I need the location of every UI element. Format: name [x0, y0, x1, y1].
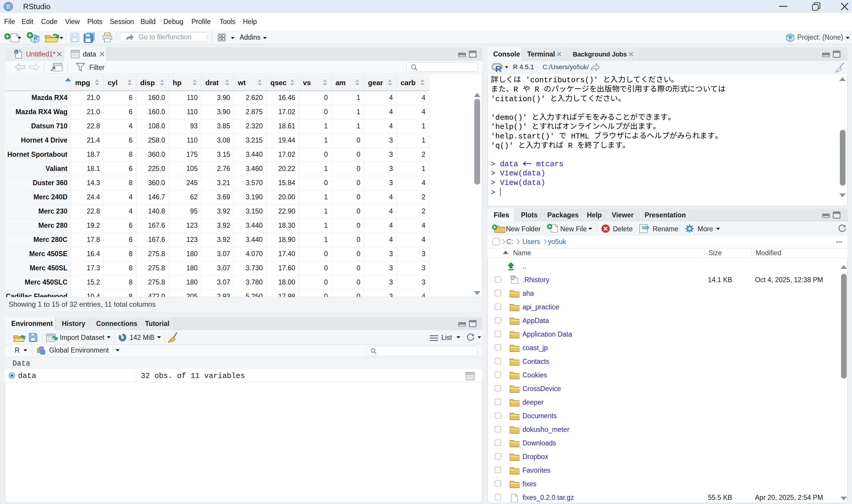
svg-text:R: R — [789, 34, 792, 40]
svg-text:R: R — [34, 35, 38, 41]
svg-text:R: R — [15, 51, 18, 54]
svg-text:R: R — [6, 3, 11, 10]
